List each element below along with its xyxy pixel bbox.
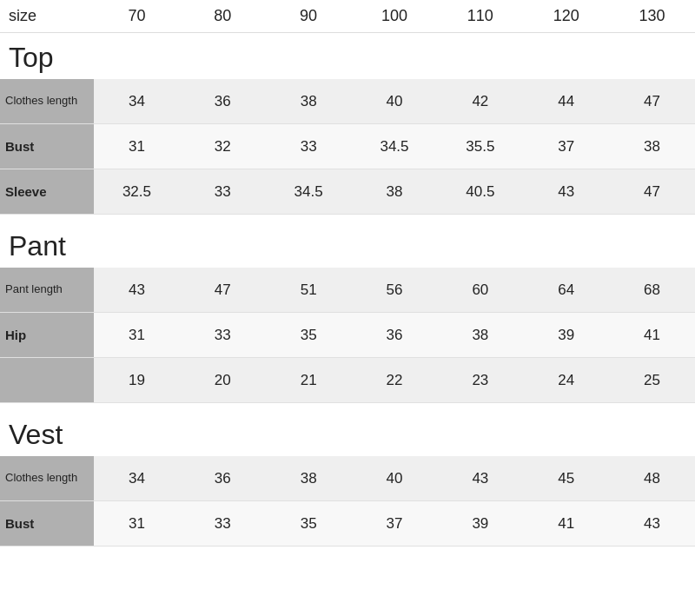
vest-bust-110: 39 (437, 512, 523, 536)
header-row: size 70 80 90 100 110 120 130 (0, 0, 695, 33)
top-bust-90: 33 (266, 135, 352, 159)
pant-section-title: Pant (0, 222, 695, 268)
top-clothes-length-90: 38 (266, 89, 352, 114)
pant-length-row: Pant length 43 47 51 56 60 64 68 (0, 268, 695, 313)
pant-length-120: 64 (523, 278, 609, 302)
top-clothes-length-100: 40 (352, 89, 438, 114)
pant-extra-80: 20 (180, 368, 266, 393)
top-bust-70: 31 (94, 135, 180, 159)
col-header-100: 100 (352, 7, 438, 25)
pant-extra-row: 19 20 21 22 23 24 25 (0, 358, 695, 403)
col-header-130: 130 (609, 7, 695, 25)
pant-hip-70: 31 (94, 323, 180, 348)
top-clothes-length-70: 34 (94, 89, 180, 114)
top-sleeve-70: 32.5 (94, 180, 180, 204)
pant-extra-130: 25 (609, 368, 695, 393)
pant-extra-110: 23 (437, 368, 523, 393)
pant-hip-110: 38 (437, 323, 523, 348)
vest-clothes-length-label: Clothes length (0, 456, 94, 500)
pant-hip-100: 36 (352, 323, 438, 348)
pant-extra-100: 22 (352, 368, 438, 393)
vest-section-title: Vest (0, 410, 695, 456)
top-bust-110: 35.5 (437, 135, 523, 159)
pant-length-110: 60 (437, 278, 523, 302)
top-sleeve-100: 38 (352, 180, 438, 204)
vest-clothes-length-100: 40 (352, 467, 438, 491)
size-chart: size 70 80 90 100 110 120 130 Top Clothe… (0, 0, 695, 546)
top-table: Clothes length 34 36 38 40 42 44 47 Bust… (0, 79, 695, 215)
col-header-80: 80 (180, 7, 266, 25)
top-sleeve-120: 43 (523, 180, 609, 204)
top-clothes-length-80: 36 (180, 89, 266, 114)
top-sleeve-130: 47 (609, 180, 695, 204)
top-clothes-length-label: Clothes length (0, 79, 94, 123)
top-clothes-length-110: 42 (437, 89, 523, 114)
pant-hip-90: 35 (266, 323, 352, 348)
col-header-70: 70 (94, 7, 180, 25)
vest-clothes-length-120: 45 (523, 467, 609, 491)
vest-bust-80: 33 (180, 512, 266, 536)
pant-length-70: 43 (94, 278, 180, 302)
vest-clothes-length-80: 36 (180, 467, 266, 491)
pant-length-80: 47 (180, 278, 266, 302)
top-section-title: Top (0, 33, 695, 79)
top-sleeve-row: Sleeve 32.5 33 34.5 38 40.5 43 47 (0, 169, 695, 215)
pant-table: Pant length 43 47 51 56 60 64 68 Hip 31 … (0, 268, 695, 403)
vest-table: Clothes length 34 36 38 40 43 45 48 Bust… (0, 456, 695, 546)
top-sleeve-label: Sleeve (0, 169, 94, 214)
col-header-120: 120 (523, 7, 609, 25)
vest-clothes-length-70: 34 (94, 467, 180, 491)
pant-length-label: Pant length (0, 268, 94, 312)
vest-bust-90: 35 (266, 512, 352, 536)
pant-length-90: 51 (266, 278, 352, 302)
top-bust-100: 34.5 (352, 135, 438, 159)
top-sleeve-110: 40.5 (437, 180, 523, 204)
top-bust-80: 32 (180, 135, 266, 159)
pant-hip-label: Hip (0, 313, 94, 357)
vest-clothes-length-row: Clothes length 34 36 38 40 43 45 48 (0, 456, 695, 501)
vest-bust-label: Bust (0, 501, 94, 546)
top-clothes-length-row: Clothes length 34 36 38 40 42 44 47 (0, 79, 695, 124)
pant-hip-130: 41 (609, 323, 695, 348)
top-clothes-length-120: 44 (523, 89, 609, 114)
vest-clothes-length-90: 38 (266, 467, 352, 491)
pant-extra-label (0, 358, 94, 402)
col-header-90: 90 (266, 7, 352, 25)
top-clothes-length-130: 47 (609, 89, 695, 114)
vest-clothes-length-110: 43 (437, 467, 523, 491)
pant-extra-90: 21 (266, 368, 352, 393)
vest-bust-130: 43 (609, 512, 695, 536)
vest-bust-70: 31 (94, 512, 180, 536)
vest-bust-100: 37 (352, 512, 438, 536)
top-bust-label: Bust (0, 124, 94, 169)
pant-hip-row: Hip 31 33 35 36 38 39 41 (0, 313, 695, 358)
pant-extra-70: 19 (94, 368, 180, 393)
top-sleeve-80: 33 (180, 180, 266, 204)
pant-hip-120: 39 (523, 323, 609, 348)
pant-hip-80: 33 (180, 323, 266, 348)
top-bust-130: 38 (609, 135, 695, 159)
vest-bust-row: Bust 31 33 35 37 39 41 43 (0, 501, 695, 546)
pant-length-130: 68 (609, 278, 695, 302)
top-bust-row: Bust 31 32 33 34.5 35.5 37 38 (0, 124, 695, 169)
pant-extra-120: 24 (523, 368, 609, 393)
vest-bust-120: 41 (523, 512, 609, 536)
size-header-label: size (0, 7, 94, 25)
pant-length-100: 56 (352, 278, 438, 302)
col-header-110: 110 (437, 7, 523, 25)
vest-clothes-length-130: 48 (609, 467, 695, 491)
top-bust-120: 37 (523, 135, 609, 159)
top-sleeve-90: 34.5 (266, 180, 352, 204)
